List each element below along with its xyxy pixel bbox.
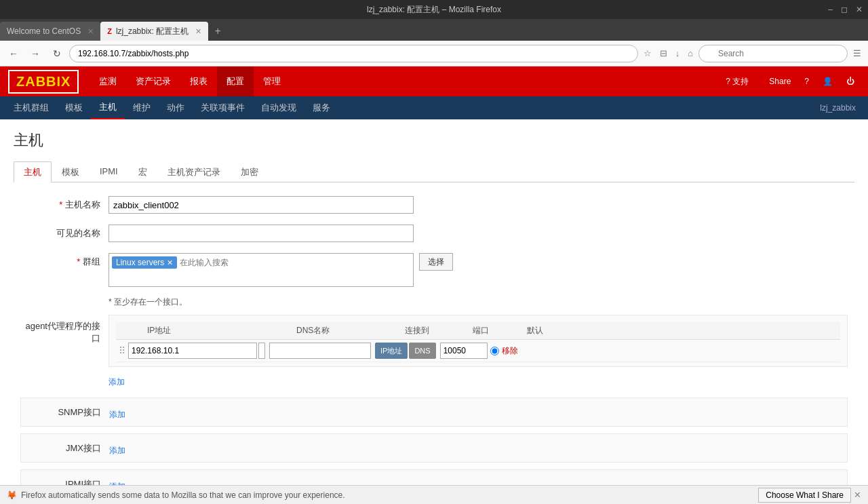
tab-zabbix[interactable]: Z lzj_zabbix: 配置主机 ✕ (100, 22, 208, 41)
forward-btn[interactable]: → (26, 44, 45, 63)
back-btn[interactable]: ← (4, 44, 23, 63)
tab-inventory[interactable]: 主机资产记录 (157, 161, 231, 182)
ip-extra-input[interactable] (258, 343, 265, 359)
tab-host[interactable]: 主机 (14, 161, 52, 182)
dns-btn[interactable]: DNS (409, 343, 435, 359)
choose-share-btn[interactable]: Choose What I Share (758, 488, 851, 503)
snmp-add-link[interactable]: 添加 (109, 406, 125, 421)
browser-tabbar: Welcome to CentOS ✕ Z lzj_zabbix: 配置主机 ✕… (0, 19, 868, 41)
subnav-templates[interactable]: 模板 (57, 96, 91, 119)
subnav-discovery[interactable]: 自动发现 (253, 96, 304, 119)
snmp-section: SNMP接口 添加 (20, 398, 848, 427)
visiblename-row: 可见的名称 (20, 225, 848, 244)
group-tags-box[interactable]: Linux servers ✕ (108, 253, 414, 287)
ip-header: IP地址 (143, 325, 292, 336)
tab-centos[interactable]: Welcome to CentOS ✕ (0, 22, 100, 41)
select-btn[interactable]: 选择 (419, 253, 453, 271)
group-tag-linux: Linux servers ✕ (112, 256, 177, 269)
support-icon: ? (726, 77, 730, 86)
dns-input[interactable] (269, 343, 371, 359)
bottom-bar-right: Choose What I Share ✕ (758, 488, 861, 503)
tab-ipmi[interactable]: IPMI (90, 161, 128, 182)
subnav-hostgroups[interactable]: 主机群组 (5, 96, 57, 119)
bottom-close-btn[interactable]: ✕ (854, 490, 861, 500)
groups-row: * 群组 Linux servers ✕ 选择 (20, 253, 848, 287)
group-search-input[interactable] (180, 256, 261, 269)
jmx-label: JMX接口 (21, 440, 109, 454)
tab-template[interactable]: 模板 (52, 161, 90, 182)
new-tab-btn[interactable]: + (208, 22, 227, 41)
connect-btns: IP地址 DNS (375, 343, 436, 359)
interface-table: IP地址 DNS名称 连接到 端口 默认 ⠿ IP地址 (108, 315, 848, 367)
refresh-btn[interactable]: ↻ (47, 44, 66, 63)
nav-reports[interactable]: 报表 (180, 66, 217, 96)
subnav-hosts[interactable]: 主机 (91, 96, 125, 119)
tab-encryption[interactable]: 加密 (231, 161, 269, 182)
window-title: lzj_zabbix: 配置主机 – Mozilla Firefox (367, 4, 501, 16)
search-input[interactable] (698, 45, 848, 62)
hint-text: * 至少存在一个接口。 (20, 296, 848, 308)
tab-zabbix-icon: Z (107, 27, 112, 35)
content-tabs: 主机 模板 IPMI 宏 主机资产记录 加密 (14, 161, 854, 182)
ip-input[interactable] (128, 343, 257, 359)
window-controls[interactable]: – ◻ ✕ (828, 5, 863, 14)
tab-centos-close[interactable]: ✕ (87, 27, 94, 36)
search-wrapper: 🔍 (698, 45, 848, 62)
reader-icon[interactable]: ⊟ (657, 45, 670, 61)
remove-link[interactable]: 移除 (502, 345, 518, 357)
nav-admin[interactable]: 管理 (254, 66, 290, 96)
url-bar[interactable] (69, 45, 638, 62)
nav-support[interactable]: ? 支持 (720, 66, 754, 96)
subnav-actions[interactable]: 动作 (159, 96, 193, 119)
nav-logout[interactable]: ⏻ (841, 66, 860, 96)
page-title: 主机 (14, 130, 854, 151)
default-radio[interactable] (490, 347, 499, 355)
tab-zabbix-close[interactable]: ✕ (195, 27, 201, 36)
subnav-services[interactable]: 服务 (304, 96, 338, 119)
interface-header: IP地址 DNS名称 连接到 端口 默认 (116, 322, 840, 340)
nav-monitor[interactable]: 监测 (90, 66, 126, 96)
tab-macro[interactable]: 宏 (128, 161, 157, 182)
hostname-row: * 主机名称 (20, 196, 848, 215)
nav-user[interactable]: 👤 (817, 66, 838, 96)
group-tag-remove[interactable]: ✕ (167, 258, 173, 267)
visiblename-label: 可见的名称 (20, 225, 108, 239)
hostname-input[interactable] (108, 196, 414, 214)
port-header: 端口 (469, 325, 523, 336)
subnav: 主机群组 模板 主机 维护 动作 关联项事件 自动发现 服务 lzj_zabbi… (0, 96, 868, 119)
nav-share[interactable]: Z Share (757, 66, 796, 96)
share-z-icon: Z (762, 77, 767, 86)
restore-btn[interactable]: ◻ (841, 5, 848, 14)
agent-label: agent代理程序的接口 (20, 315, 108, 345)
add-agent-link[interactable]: 添加 (108, 376, 125, 388)
addressbar: ← → ↻ ☆ ⊟ ↓ ⌂ 🔍 ☰ (0, 41, 868, 66)
ip-btn[interactable]: IP地址 (375, 343, 408, 359)
visiblename-input[interactable] (108, 225, 414, 242)
menu-icon[interactable]: ☰ (850, 45, 864, 61)
minimize-btn[interactable]: – (828, 5, 833, 14)
nav-help[interactable]: ? (799, 66, 814, 96)
conn-header: 连接到 (401, 325, 469, 336)
agent-interface-row: agent代理程序的接口 IP地址 DNS名称 连接到 端口 默认 ⠿ (20, 315, 848, 388)
groups-label: * 群组 (20, 253, 108, 268)
subnav-user: lzj_zabbix (820, 103, 863, 113)
jmx-add-link[interactable]: 添加 (109, 442, 125, 457)
form-section: * 主机名称 可见的名称 * 群组 Linux servers ✕ (14, 196, 854, 499)
subnav-maintenance[interactable]: 维护 (125, 96, 159, 119)
drag-handle[interactable]: ⠿ (116, 345, 128, 356)
zabbix-logo: ZABBIX (8, 70, 79, 94)
default-header: 默认 (523, 325, 564, 336)
tab-zabbix-label: lzj_zabbix: 配置主机 (116, 26, 189, 37)
home-icon[interactable]: ⌂ (685, 45, 696, 61)
bookmark-icon[interactable]: ☆ (641, 45, 654, 61)
download-icon[interactable]: ↓ (673, 45, 683, 61)
firefox-icon: 🦊 (7, 490, 17, 500)
nav-config[interactable]: 配置 (217, 66, 254, 96)
subnav-correlation[interactable]: 关联项事件 (193, 96, 253, 119)
hostname-label: * 主机名称 (20, 196, 108, 211)
close-btn[interactable]: ✕ (856, 5, 863, 14)
dns-header: DNS名称 (292, 325, 401, 336)
bottom-message: Firefox automatically sends some data to… (21, 490, 345, 500)
port-input[interactable] (440, 343, 488, 359)
nav-assets[interactable]: 资产记录 (126, 66, 180, 96)
